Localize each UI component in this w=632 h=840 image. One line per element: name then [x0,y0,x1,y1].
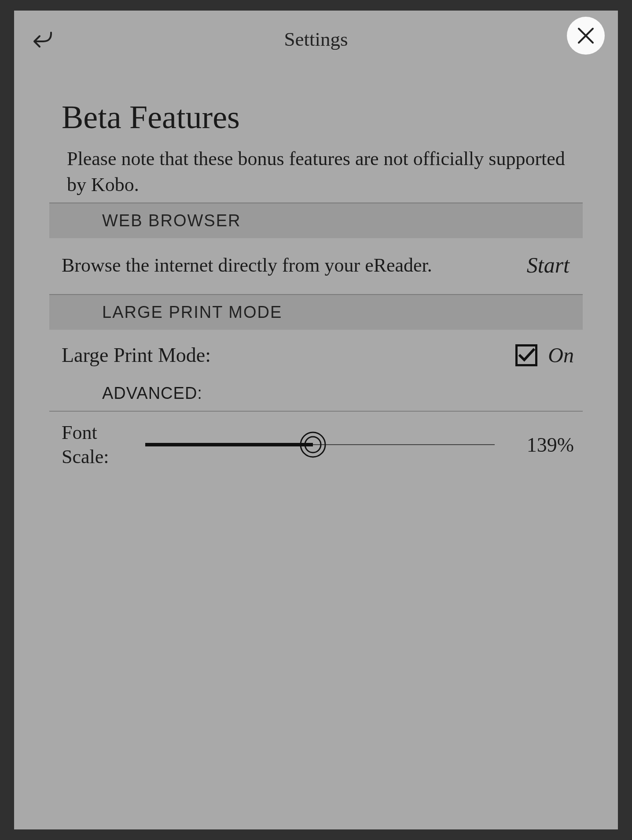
large-print-row: Large Print Mode: On [14,330,618,372]
section-header-web-browser: WEB BROWSER [49,203,583,238]
font-scale-slider[interactable] [145,431,495,458]
slider-thumb[interactable] [300,431,326,458]
web-browser-row: Browse the internet directly from your e… [14,238,618,292]
font-scale-value: 139% [512,433,574,457]
large-print-label: Large Print Mode: [62,343,211,367]
large-print-toggle[interactable]: On [515,343,574,367]
page-subtitle: Please note that these bonus features ar… [67,146,565,198]
web-browser-description: Browse the internet directly from your e… [62,252,432,278]
advanced-label: ADVANCED: [49,372,583,412]
close-button[interactable] [567,17,605,55]
page-title: Beta Features [62,99,618,136]
settings-screen: Settings Beta Features Please note that … [14,11,618,829]
back-button[interactable] [31,27,55,51]
svg-point-0 [301,432,325,457]
header-bar: Settings [14,11,618,63]
back-arrow-icon [31,27,55,51]
header-title: Settings [284,28,348,51]
web-browser-start-button[interactable]: Start [527,252,574,278]
close-icon [577,27,595,44]
content-area: Beta Features Please note that these bon… [14,99,618,478]
font-scale-row: Font Scale: 139% [14,412,618,478]
svg-point-1 [305,437,321,453]
slider-fill [145,443,313,446]
section-header-large-print: LARGE PRINT MODE [49,294,583,330]
font-scale-label: Font Scale: [62,420,128,469]
checkbox-icon [515,344,537,366]
large-print-state-label: On [548,343,574,367]
